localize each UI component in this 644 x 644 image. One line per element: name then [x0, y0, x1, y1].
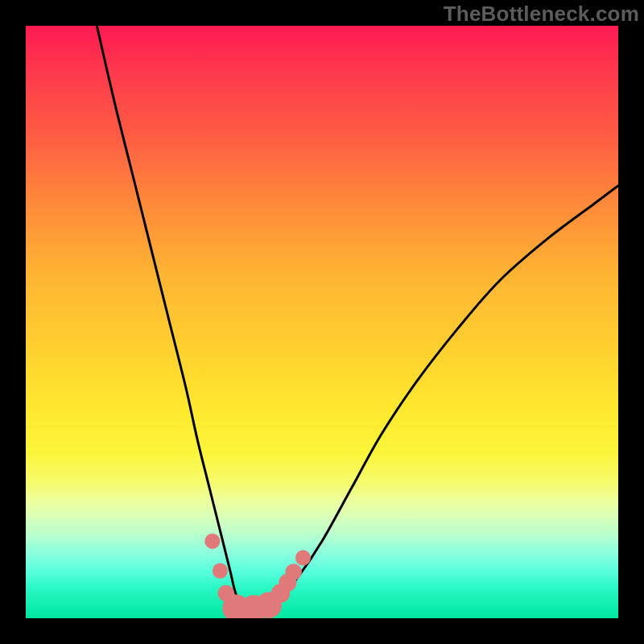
bottleneck-curve: [97, 26, 618, 610]
highlight-dot: [285, 564, 302, 580]
highlight-dot: [295, 550, 311, 565]
outer-frame: TheBottleneck.com: [0, 0, 644, 644]
curve-group: [97, 26, 618, 610]
dots-group: [204, 534, 311, 618]
highlight-dot: [213, 564, 228, 579]
highlight-dot: [204, 534, 220, 549]
plot-area: [26, 26, 618, 618]
watermark-text: TheBottleneck.com: [444, 2, 639, 27]
chart-svg: [26, 26, 618, 618]
